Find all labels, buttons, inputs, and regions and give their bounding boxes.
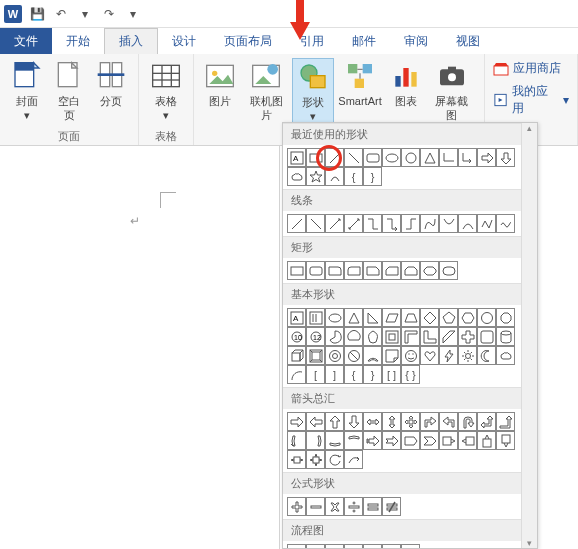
basic-hexagon[interactable]	[458, 308, 477, 327]
basic-lightning[interactable]	[439, 346, 458, 365]
table-button[interactable]: 表格▾	[145, 58, 187, 124]
basic-heart[interactable]	[420, 346, 439, 365]
basic-noentry[interactable]	[344, 346, 363, 365]
arr-callout-d[interactable]	[496, 431, 515, 450]
fc-alt[interactable]	[306, 544, 325, 549]
basic-smiley[interactable]	[401, 346, 420, 365]
my-apps-button[interactable]: 我的应用▾	[493, 83, 569, 117]
arr-swoosh[interactable]	[344, 450, 363, 469]
dropdown-scrollbar[interactable]: ▴ ▾	[521, 123, 537, 548]
basic-blockarc[interactable]	[363, 346, 382, 365]
undo-icon[interactable]: ↶	[52, 5, 70, 23]
rect-8[interactable]	[420, 261, 439, 280]
line-double-arrow[interactable]	[344, 214, 363, 233]
eq-divide[interactable]	[344, 497, 363, 516]
line-freeform[interactable]	[477, 214, 496, 233]
arr-bent[interactable]	[420, 412, 439, 431]
shape-rounded-rect[interactable]	[363, 148, 382, 167]
rect-9[interactable]	[439, 261, 458, 280]
shape-arrow-down[interactable]	[496, 148, 515, 167]
basic-brace-l[interactable]: {	[344, 365, 363, 384]
shape-elbow-arrow[interactable]	[458, 148, 477, 167]
fc-predefined[interactable]	[363, 544, 382, 549]
line-curve1[interactable]	[420, 214, 439, 233]
rect-2[interactable]	[306, 261, 325, 280]
rect-7[interactable]	[401, 261, 420, 280]
fc-document[interactable]	[401, 544, 420, 549]
basic-rtriangle[interactable]	[363, 308, 382, 327]
shape-elbow[interactable]	[439, 148, 458, 167]
basic-frame[interactable]	[382, 327, 401, 346]
page-break-button[interactable]: 分页	[90, 58, 132, 110]
basic-sun[interactable]	[458, 346, 477, 365]
basic-chord[interactable]	[344, 327, 363, 346]
basic-textbox[interactable]: A	[287, 308, 306, 327]
line-scribble[interactable]	[496, 214, 515, 233]
smartart-button[interactable]: SmartArt	[334, 58, 385, 110]
basic-can[interactable]	[496, 327, 515, 346]
scroll-up-icon[interactable]: ▴	[527, 123, 532, 133]
tab-insert[interactable]: 插入	[104, 28, 158, 54]
tab-review[interactable]: 审阅	[390, 28, 442, 54]
eq-plus[interactable]	[287, 497, 306, 516]
shape-brace-left[interactable]: {	[344, 167, 363, 186]
basic-c12[interactable]: 12	[306, 327, 325, 346]
basic-parallelogram[interactable]	[382, 308, 401, 327]
basic-teardrop[interactable]	[363, 327, 382, 346]
shape-arc[interactable]	[325, 167, 344, 186]
shape-line[interactable]	[325, 148, 344, 167]
shape-rect[interactable]	[306, 148, 325, 167]
arr-striped[interactable]	[363, 431, 382, 450]
basic-dbracket[interactable]: [ ]	[382, 365, 401, 384]
shape-ellipse[interactable]	[382, 148, 401, 167]
basic-moon[interactable]	[477, 346, 496, 365]
tab-file[interactable]: 文件	[0, 28, 52, 54]
arr-left[interactable]	[306, 412, 325, 431]
arr-notched[interactable]	[382, 431, 401, 450]
fc-decision[interactable]	[325, 544, 344, 549]
line-arrow[interactable]	[325, 214, 344, 233]
shape-textbox[interactable]: A	[287, 148, 306, 167]
blank-page-button[interactable]: 空白页	[48, 58, 91, 124]
basic-octagon[interactable]	[496, 308, 515, 327]
basic-foldedcorner[interactable]	[382, 346, 401, 365]
rect-1[interactable]	[287, 261, 306, 280]
basic-diamond[interactable]	[420, 308, 439, 327]
shapes-button[interactable]: 形状▾	[292, 58, 334, 126]
fc-internal[interactable]	[382, 544, 401, 549]
arr-bentup[interactable]	[496, 412, 515, 431]
online-picture-button[interactable]: 联机图片	[240, 58, 292, 124]
line-curve2[interactable]	[439, 214, 458, 233]
arr-chevron[interactable]	[420, 431, 439, 450]
app-store-button[interactable]: 应用商店	[493, 60, 569, 77]
arr-callout-r[interactable]	[439, 431, 458, 450]
shape-triangle[interactable]	[420, 148, 439, 167]
basic-diagstripe[interactable]	[439, 327, 458, 346]
basic-cross[interactable]	[458, 327, 477, 346]
shape-arrow-right[interactable]	[477, 148, 496, 167]
undo-dropdown-icon[interactable]: ▾	[76, 5, 94, 23]
fc-process[interactable]	[287, 544, 306, 549]
basic-textbox-v[interactable]	[306, 308, 325, 327]
picture-button[interactable]: 图片	[200, 58, 240, 110]
basic-cloud[interactable]	[496, 346, 515, 365]
basic-ellipse[interactable]	[325, 308, 344, 327]
eq-equal[interactable]	[363, 497, 382, 516]
tab-references[interactable]: 引用	[286, 28, 338, 54]
rect-3[interactable]	[325, 261, 344, 280]
arr-circular[interactable]	[325, 450, 344, 469]
line-elbow1[interactable]	[363, 214, 382, 233]
basic-arc2[interactable]	[287, 365, 306, 384]
line-curve3[interactable]	[458, 214, 477, 233]
arr-down[interactable]	[344, 412, 363, 431]
basic-lshape[interactable]	[420, 327, 439, 346]
shape-circle[interactable]	[401, 148, 420, 167]
basic-bracket-l[interactable]: [	[306, 365, 325, 384]
eq-multiply[interactable]	[325, 497, 344, 516]
scroll-down-icon[interactable]: ▾	[527, 538, 532, 548]
arr-uturn[interactable]	[458, 412, 477, 431]
redo-icon[interactable]: ↷	[100, 5, 118, 23]
basic-bracket-r[interactable]: ]	[325, 365, 344, 384]
arr-quad[interactable]	[401, 412, 420, 431]
shape-cloud-sm[interactable]	[287, 167, 306, 186]
